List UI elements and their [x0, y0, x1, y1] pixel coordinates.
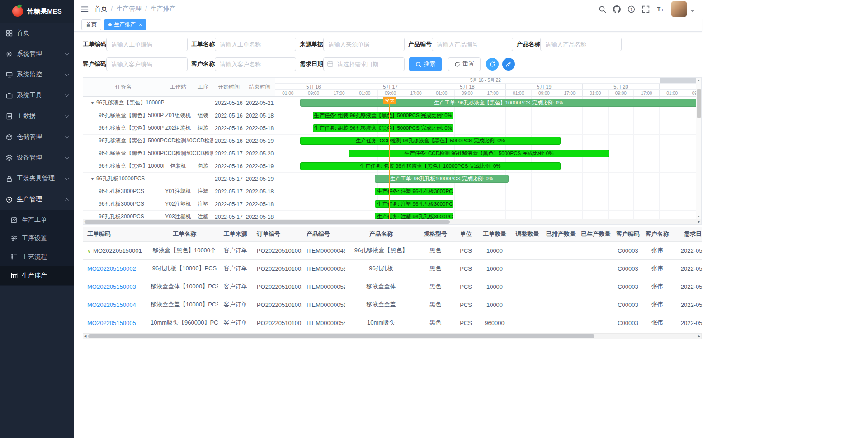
gantt-task-bar[interactable]: 生产任务: 注塑 96孔孔板3000PCS 完成比例: 0% [375, 200, 453, 208]
gantt-task-row-8[interactable]: 96孔孔板3000PCSY02注塑机注塑2022-05-172022-05-18 [83, 198, 275, 211]
sidebar-subitem-2[interactable]: 工艺流程 [0, 248, 74, 266]
search-button[interactable]: 搜索 [409, 57, 442, 71]
user-avatar[interactable] [671, 1, 687, 17]
scroll-left-icon[interactable]: ◀ [84, 334, 86, 338]
orders-row-1[interactable]: MO20220515000296孔孔板【10000】PCS客户订单PO20220… [83, 259, 702, 278]
sidebar-subitem-3[interactable]: 生产排产 [0, 266, 74, 285]
sidebar-item-0[interactable]: 首页 [0, 23, 74, 43]
orders-row-4[interactable]: MO20220515000510mm吸头【960000】PCS客户订单PO202… [83, 314, 702, 332]
orders-cell: C00003 [614, 241, 642, 259]
orders-cell [544, 241, 578, 259]
sidebar-item-3[interactable]: 系统工具 [0, 85, 74, 106]
sidebar-item-4[interactable]: 主数据 [0, 106, 74, 127]
row-expand-chevron-icon[interactable]: ∨ [87, 248, 91, 254]
breadcrumb-item-0[interactable]: 首页 [94, 5, 107, 13]
gantt-task-bar[interactable]: 生产任务: CCD检测 96孔移液盒【黑色】5000PCS 完成比例: 0% [300, 137, 561, 145]
gantt-task-row-1[interactable]: 96孔移液盒【黑色】5000PCSZ01组装机组装2022-05-162022-… [83, 109, 275, 122]
breadcrumb-item-1[interactable]: 生产管理 [116, 5, 142, 13]
sidebar-item-label: 工装夹具管理 [17, 174, 66, 183]
gantt-bar-row-8: 生产任务: 注塑 96孔孔板3000PCS 完成比例: 0% [275, 198, 696, 211]
gantt-order-bar[interactable]: 生产工单: 96孔移液盒【黑色】10000PCS 完成比例: 0% [300, 99, 696, 107]
filter-input-4[interactable] [540, 38, 622, 51]
filter-input-3[interactable] [432, 38, 513, 51]
order-code-link[interactable]: MO202205150005 [87, 320, 136, 326]
sidebar-item-8[interactable]: 生产管理 [0, 189, 74, 210]
scroll-right-icon[interactable]: ▶ [698, 334, 700, 338]
gantt-horizontal-scrollbar[interactable]: ◀ ▶ [83, 219, 701, 224]
horizontal-scroll-thumb[interactable] [88, 334, 594, 338]
reset-button[interactable]: 重置 [448, 57, 481, 71]
fullscreen-icon[interactable] [642, 5, 650, 13]
expand-triangle-icon[interactable]: ▼ [90, 101, 94, 105]
edit-round-button[interactable] [502, 58, 515, 71]
font-size-icon[interactable] [656, 5, 664, 13]
sidebar-item-7[interactable]: 工装夹具管理 [0, 168, 74, 189]
search-icon [415, 61, 421, 67]
tab-0[interactable]: 首页 [81, 19, 101, 30]
filter-label: 工单编码 [83, 40, 106, 48]
sidebar-item-6[interactable]: 设备管理 [0, 147, 74, 168]
tab-1[interactable]: 生产排产 × [104, 19, 146, 30]
sidebar-subitem-0[interactable]: 生产工单 [0, 211, 74, 229]
search-icon[interactable] [599, 5, 606, 13]
refresh-round-button[interactable] [486, 58, 499, 71]
gantt-task-bar[interactable]: 生产任务: 注塑 96孔孔板3000PCS 完成比例: 0% [375, 213, 453, 219]
filter-input-0[interactable] [106, 38, 188, 51]
gantt-bar-row-4: 生产任务: CCD检测 96孔移液盒【黑色】5000PCS 完成比例: 0% [275, 147, 696, 160]
order-code-link[interactable]: MO202205150002 [87, 265, 136, 272]
filter-input-6[interactable] [215, 57, 296, 71]
help-icon[interactable] [627, 5, 635, 13]
orders-row-3[interactable]: MO202205150004移液盒盒盖【10000】PCS客户订单PO20220… [83, 296, 702, 314]
task-name: 96孔孔板10000PCS [96, 175, 145, 182]
avatar-caret-down-icon[interactable] [691, 10, 694, 14]
gantt-task-row-2[interactable]: 96孔移液盒【黑色】5000PCSZ02组装机组装2022-05-162022-… [83, 122, 275, 135]
gantt-task-grid: 任务名工作站工序开始时间结束时间 ▼96孔移液盒【黑色】10000PCS2022… [83, 78, 275, 219]
gantt-order-bar[interactable]: 生产工单: 96孔孔板10000PCS 完成比例: 0% [375, 175, 509, 183]
sidebar-item-2[interactable]: 系统监控 [0, 64, 74, 85]
gantt-task-bar[interactable]: 生产任务: 组装 96孔移液盒【黑色】5000PCS 完成比例: 0% [313, 112, 453, 119]
filter-input-7[interactable] [323, 57, 405, 71]
expand-triangle-icon[interactable]: ▼ [90, 177, 94, 181]
gantt-task-row-4[interactable]: 96孔移液盒【黑色】5000PCSCCD检测#02CCD检测2022-05-17… [83, 147, 275, 160]
gantt-task-row-0[interactable]: ▼96孔移液盒【黑色】10000PCS2022-05-162022-05-21 [83, 97, 275, 109]
gantt-task-bar[interactable]: 生产任务: CCD检测 96孔移液盒【黑色】5000PCS 完成比例: 0% [349, 150, 609, 157]
sidebar-subitem-1[interactable]: 工序设置 [0, 229, 74, 248]
filter-input-1[interactable] [215, 38, 296, 51]
gantt-vertical-scrollbar[interactable]: ▲ ▼ [696, 78, 701, 219]
gantt-task-bar[interactable]: 生产任务: 组装 96孔移液盒【黑色】5000PCS 完成比例: 0% [313, 124, 453, 132]
gantt-task-row-7[interactable]: 96孔孔板3000PCSY01注塑机注塑2022-05-172022-05-18 [83, 185, 275, 198]
order-code-link[interactable]: MO202205150001 [93, 247, 142, 254]
order-code-link[interactable]: MO202205150004 [87, 301, 136, 308]
gantt-task-row-3[interactable]: 96孔移液盒【黑色】5000PCSCCD检测#01CCD检测2022-05-16… [83, 135, 275, 147]
gantt-task-row-9[interactable]: 96孔孔板3000PCSY03注塑机注塑2022-05-172022-05-18 [83, 211, 275, 219]
scroll-down-icon[interactable]: ▼ [697, 214, 700, 219]
gantt-task-row-5[interactable]: 96孔移液盒【黑色】10000PCS包装机包装2022-05-162022-05… [83, 160, 275, 173]
scroll-up-icon[interactable]: ▲ [697, 78, 700, 83]
orders-column-14: 需求日期 [672, 227, 702, 241]
gantt-bar-label: 生产任务: 包装 96孔移液盒【黑色】10000PCS 完成比例: 0% [358, 163, 502, 170]
orders-row-2[interactable]: MO202205150003移液盒盒体【10000】PCS客户订单PO20220… [83, 278, 702, 296]
breadcrumb-item-2[interactable]: 生产排产 [151, 5, 176, 13]
orders-header-row: 工单编码工单名称工单来源订单编号产品编号产品名称规格型号单位工单数量调整数量已排… [83, 227, 702, 241]
timeline-hours-row: 01:0009:0017:0001:0009:0017:0001:0009:00… [275, 90, 696, 97]
orders-cell [544, 314, 578, 332]
order-code-link[interactable]: MO202205150003 [87, 283, 136, 290]
vertical-scroll-thumb[interactable] [697, 89, 701, 118]
orders-cell: 张伟 [642, 314, 672, 332]
sidebar-item-1[interactable]: 系统管理 [0, 43, 74, 64]
gantt-task-row-6[interactable]: ▼96孔孔板10000PCS2022-05-172022-05-19 [83, 173, 275, 185]
scroll-right-icon[interactable]: ▶ [698, 220, 700, 224]
horizontal-scroll-thumb[interactable] [85, 220, 450, 224]
filter-input-2[interactable] [323, 38, 405, 51]
orders-row-0[interactable]: ∨MO202205150001移液盒【黑色】10000个客户订单PO202205… [83, 241, 702, 259]
sidebar-item-5[interactable]: 仓储管理 [0, 127, 74, 147]
logo-icon [12, 6, 23, 17]
gantt-task-bar[interactable]: 生产任务: 注塑 96孔孔板3000PCS 完成比例: 0% [375, 188, 453, 195]
menu-collapse-icon[interactable] [80, 5, 89, 13]
task-cell: 组装 [193, 124, 213, 132]
orders-horizontal-scrollbar[interactable]: ◀ ▶ [83, 333, 702, 339]
gantt-task-bar[interactable]: 生产任务: 包装 96孔移液盒【黑色】10000PCS 完成比例: 0% [300, 162, 561, 170]
filter-input-5[interactable] [106, 57, 188, 71]
tab-close-icon[interactable]: × [139, 22, 142, 28]
github-icon[interactable] [613, 5, 621, 13]
